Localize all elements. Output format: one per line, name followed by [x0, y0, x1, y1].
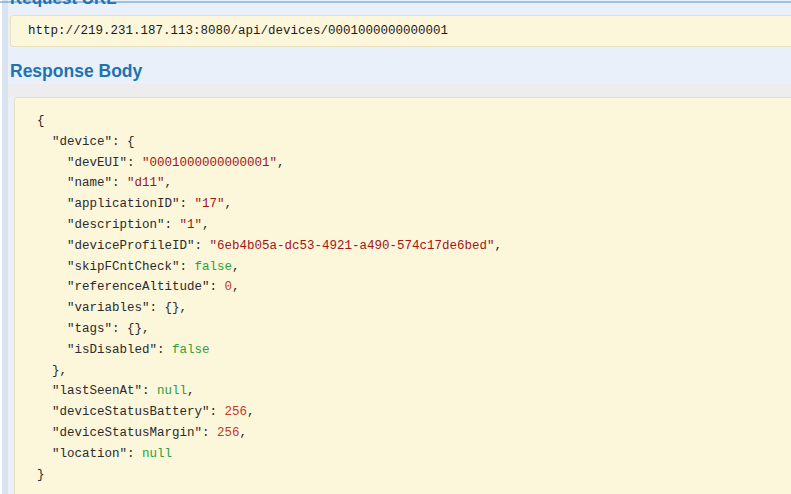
request-url-text: http://219.231.187.113:8080/api/devices/… [11, 16, 791, 38]
left-border-strip [2, 0, 8, 494]
response-json: { "device": { "devEUI": "000100000000000… [15, 98, 791, 494]
response-body-panel: { "device": { "devEUI": "000100000000000… [14, 97, 791, 494]
response-panel-top-strip [8, 84, 791, 97]
response-body-heading: Response Body [10, 61, 142, 82]
request-url-box: http://219.231.187.113:8080/api/devices/… [10, 15, 791, 47]
api-response-page: Request URL http://219.231.187.113:8080/… [0, 0, 791, 494]
top-divider-line [0, 1, 791, 3]
request-url-heading: Request URL [10, 0, 117, 9]
